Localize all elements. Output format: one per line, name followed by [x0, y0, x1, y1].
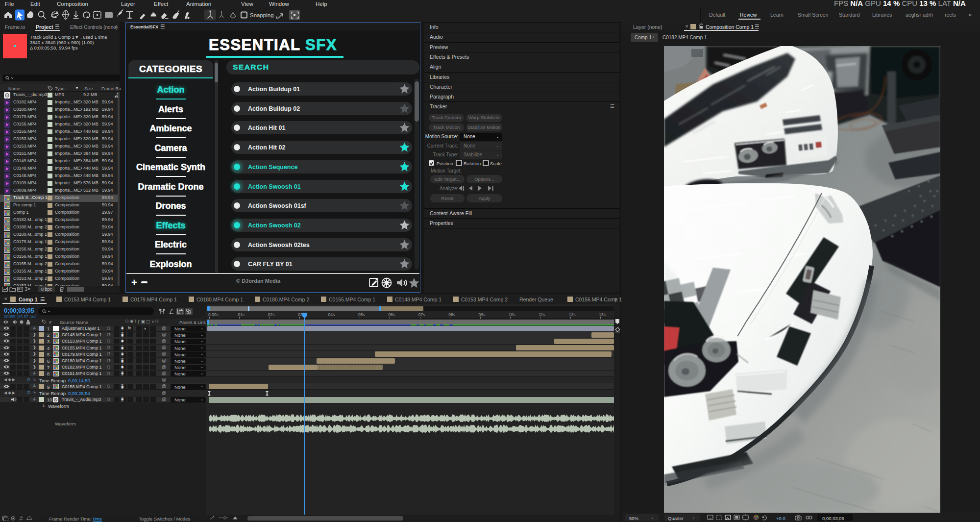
- svg-text:Snapping: Snapping: [250, 12, 274, 18]
